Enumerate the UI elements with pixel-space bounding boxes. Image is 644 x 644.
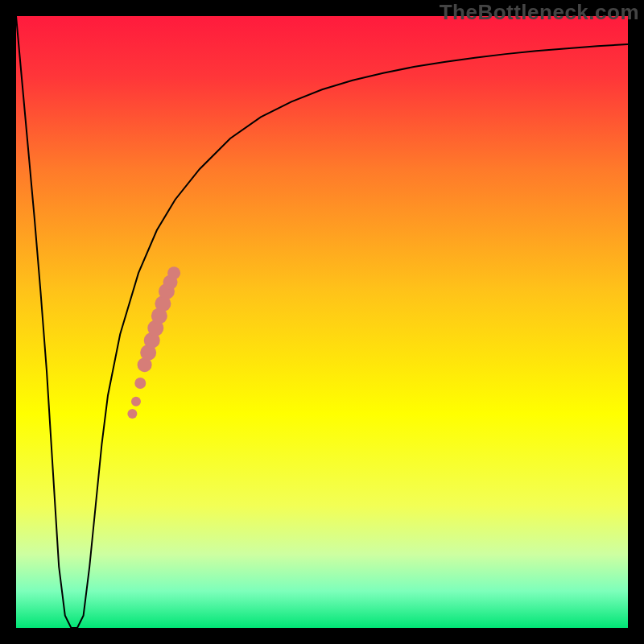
scatter-point [127,409,137,419]
scatter-point [134,378,146,389]
chart-frame: TheBottleneck.com [0,0,644,644]
chart-plot-area [16,16,628,628]
watermark-text: TheBottleneck.com [440,0,639,25]
scatter-point [131,397,141,407]
gradient-background [16,16,628,628]
scatter-point [167,266,180,279]
